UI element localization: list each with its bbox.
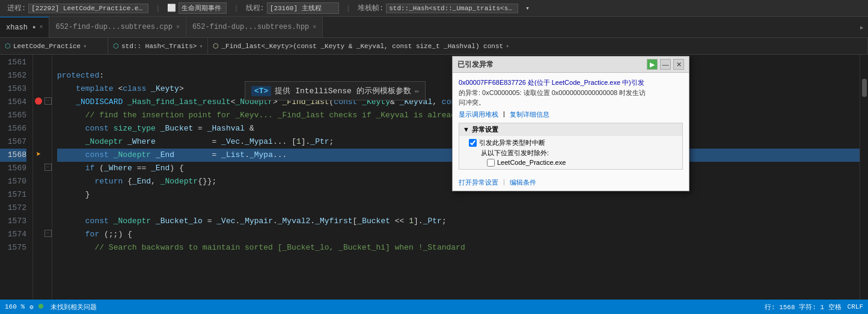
- tab-652hpp-close[interactable]: ×: [313, 24, 316, 31]
- line-1568: 1568: [0, 149, 26, 162]
- fold-btn-1574[interactable]: −: [44, 230, 52, 237]
- exclude-item: LeetCode_Practice.exe: [497, 159, 566, 166]
- code-kw-const6: const: [85, 215, 109, 228]
- thread-label: 线程:: [246, 3, 264, 13]
- breakpoint-1564[interactable]: [35, 97, 42, 105]
- dialog-body: 0x00007FF68E837726 处(位于 LeetCode_Practic…: [453, 73, 689, 176]
- sep3: |: [346, 4, 350, 13]
- code-macro-where2: _Where: [104, 162, 132, 175]
- code-type-nodeptr5: _Nodeptr: [114, 215, 151, 228]
- dialog-footer: 打开异常设置 | 编辑条件: [453, 176, 689, 191]
- fold-1564[interactable]: −: [44, 94, 52, 108]
- fold-1567: [44, 134, 52, 147]
- namespace-dropdown-label: std:: Hash<_Traits>: [121, 43, 197, 50]
- status-zoom[interactable]: 160 %: [5, 303, 25, 310]
- tab-652hpp[interactable]: 652-find-dup...subtrees.hpp ×: [186, 17, 323, 38]
- process-label: 进程:: [7, 3, 26, 13]
- tab-xhash-dot: ●: [32, 25, 35, 31]
- status-encoding: CRLF: [848, 303, 863, 310]
- thread-section: 线程: [23160] 主线程: [242, 1, 343, 15]
- line-1566: 1566: [0, 122, 26, 135]
- tab-652cpp-close[interactable]: ×: [176, 24, 180, 31]
- tab-652hpp-label: 652-find-dup...subtrees.hpp: [192, 23, 309, 31]
- footer-link-settings[interactable]: 打开异常设置: [459, 178, 498, 187]
- class-dropdown[interactable]: ⬡ LeetCode_Practice ▾: [0, 38, 108, 55]
- fold-1565: [44, 108, 52, 121]
- code-attr-nodiscard: _NODISCARD: [76, 96, 123, 109]
- status-bar: 160 % ⚙ 未找到相关问题 行: 1568 字符: 1 空格 CRLF: [0, 300, 868, 314]
- code-line-1575: // Search backwards to maintain sorted […: [57, 241, 868, 254]
- code-macro-bucket2: _Bucket: [357, 215, 390, 228]
- code-line-1573: const _Nodeptr _Bucket_lo = _Vec . _Mypa…: [57, 215, 868, 228]
- margin-1573: [33, 214, 44, 227]
- section-header[interactable]: ▼ 异常设置: [459, 123, 682, 136]
- fold-1574[interactable]: −: [44, 227, 52, 240]
- expand-toolbar-btn[interactable]: ▾: [524, 3, 531, 13]
- fold-btn-1569[interactable]: −: [44, 164, 52, 171]
- fold-1573: [44, 214, 52, 227]
- method-dropdown[interactable]: ⬡ _Find_last<_Keyty>(const _Keyty & _Key…: [208, 38, 868, 55]
- process-dropdown[interactable]: [22292] LeetCode_Practice.exe: [28, 4, 148, 13]
- checkbox-exclude[interactable]: [487, 159, 495, 167]
- line-1562: 1562: [0, 69, 26, 82]
- namespace-dropdown-chevron: ▾: [199, 43, 203, 50]
- vertical-scrollbar[interactable]: [860, 55, 868, 300]
- scrollbar-thumb[interactable]: [862, 79, 867, 97]
- margin-1568: ➤: [33, 147, 44, 161]
- code-content[interactable]: <T> 提供 IntelliSense 的示例模板参数 ✏ protected:…: [52, 55, 868, 300]
- code-line-1572: [57, 202, 868, 215]
- thread-dropdown[interactable]: [23160] 主线程: [267, 2, 339, 14]
- event-icon: ⬜: [167, 4, 176, 13]
- code-macro-hashval2: _Hashval: [207, 122, 245, 135]
- margin-1564[interactable]: [33, 94, 44, 108]
- code-macro-end: _End: [156, 149, 174, 162]
- tab-xhash[interactable]: xhash ● ×: [0, 17, 49, 38]
- margin-1575: [33, 240, 44, 253]
- method-dropdown-chevron: ▾: [506, 43, 509, 50]
- method-dropdown-label: _Find_last<_Keyty>(const _Keyty & _Keyva…: [221, 43, 503, 50]
- code-kw-return: return: [94, 175, 123, 188]
- fold-btn-1564[interactable]: −: [44, 97, 52, 105]
- fold-1563: [44, 81, 52, 94]
- intellisense-text: 提供 IntelliSense 的示例模板参数: [275, 85, 411, 96]
- fold-1572: [44, 200, 52, 214]
- margin-1566: [33, 121, 44, 134]
- event-dropdown[interactable]: 生命周期事件: [179, 2, 227, 14]
- tab-xhash-close[interactable]: ×: [39, 24, 43, 31]
- intellisense-pencil[interactable]: ✏: [415, 86, 420, 96]
- dialog-play-btn[interactable]: ▶: [647, 59, 658, 70]
- code-type-nodeptr3: _Nodeptr: [114, 149, 151, 162]
- link-copy-details[interactable]: 复制详细信息: [510, 110, 549, 119]
- status-icon: ⚙: [29, 303, 34, 311]
- code-macro-ptr: _Ptr: [310, 135, 329, 149]
- dialog-min-btn[interactable]: —: [660, 59, 671, 70]
- tab-scroll-right[interactable]: ▸: [856, 22, 868, 32]
- stack-dropdown[interactable]: std::_Hash<std::_Umap_traits<std::strir: [386, 4, 518, 13]
- dialog-titlebar: 已引发异常 ▶ — ✕: [453, 57, 689, 73]
- margin-area: ➤: [33, 55, 44, 300]
- margin-1570: [33, 174, 44, 187]
- line-numbers: 1561 1562 1563 1564 1565 1566 1567 1568 …: [0, 55, 33, 300]
- link-callstack[interactable]: 显示调用堆栈: [459, 110, 498, 119]
- code-macro-vec: _Vec: [221, 135, 240, 149]
- code-macro-vec2: _Vec: [216, 215, 235, 228]
- margin-1572: [33, 200, 44, 214]
- tab-652cpp-label: 652-find-dup...subtrees.cpp: [55, 23, 172, 31]
- code-kw-const4: const: [85, 122, 109, 135]
- dialog-close-btn[interactable]: ✕: [673, 59, 684, 70]
- code-macro-keyty: _Keyty: [151, 82, 179, 96]
- footer-link-condition[interactable]: 编辑条件: [510, 178, 536, 187]
- namespace-dropdown[interactable]: ⬡ std:: Hash<_Traits> ▾: [108, 38, 208, 55]
- code-comment-1565: // find the insertion point for _Keyv...…: [85, 109, 512, 122]
- code-macro-end3: _End: [132, 175, 151, 188]
- tab-652cpp[interactable]: 652-find-dup...subtrees.cpp ×: [49, 17, 186, 38]
- fold-1569[interactable]: −: [44, 161, 52, 174]
- section-title: 异常设置: [472, 125, 498, 134]
- stack-section: 堆栈帧: std::_Hash<std::_Umap_traits<std::s…: [354, 2, 522, 14]
- line-1575: 1575: [0, 241, 26, 254]
- code-macro-end2: _End: [151, 162, 170, 175]
- checkbox-break-row: 引发此异常类型时中断: [469, 138, 673, 147]
- exclude-label-row: 从以下位置引发时除外:: [469, 149, 673, 158]
- checkbox-break[interactable]: [469, 139, 477, 147]
- code-num-1b: 1: [409, 215, 414, 228]
